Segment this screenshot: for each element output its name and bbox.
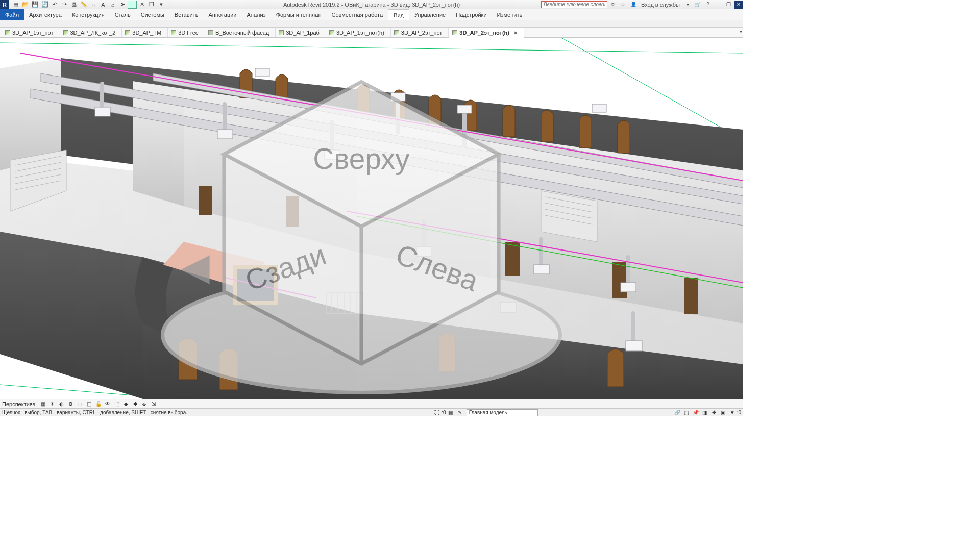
design-option-selector[interactable]: Главная модель: [467, 409, 538, 416]
exchange-icon[interactable]: ▾: [683, 1, 692, 9]
reveal-constraints-icon[interactable]: ✱: [131, 400, 139, 408]
worksets-icon[interactable]: ▦: [447, 409, 455, 416]
tab-manage[interactable]: Управление: [409, 9, 451, 20]
tab-massing[interactable]: Формы и генплан: [271, 9, 327, 20]
view-tab-label: 3D Free: [178, 30, 199, 36]
view-tab[interactable]: 3D_АР_2эт_пот: [391, 28, 449, 37]
select-face-icon[interactable]: ◨: [701, 409, 709, 416]
view-tab[interactable]: В_Восточный фасад: [205, 28, 276, 37]
measure-icon[interactable]: 📏: [79, 1, 88, 9]
open-icon[interactable]: 📂: [21, 1, 30, 9]
qat-dropdown-icon[interactable]: ▾: [157, 1, 166, 9]
view-tabs: 3D_АР_1эт_пот 3D_АР_ЛК_кот_2 3D_АР_ТМ 3D…: [0, 28, 743, 38]
tabs-overflow-icon[interactable]: ▾: [740, 29, 742, 34]
view3d-icon: [329, 30, 334, 35]
view-tab[interactable]: 3D_АР_1эт_пот: [2, 28, 60, 37]
tab-systems[interactable]: Системы: [136, 9, 169, 20]
temp-hide-icon[interactable]: 👁: [104, 400, 112, 408]
view3d-icon: [171, 30, 176, 35]
sync-icon[interactable]: 🔄: [40, 1, 50, 9]
selection-count: :0: [737, 410, 741, 415]
user-icon[interactable]: 👤: [629, 1, 638, 9]
align-icon[interactable]: ↔: [89, 1, 98, 9]
titlebar: R ▤ 📂 💾 🔄 ↶ ↷ 🖶 📏 ↔ A ⌂ ➤ ≡ ✕ ❐ ▾ Autode…: [0, 0, 743, 9]
minimize-button[interactable]: —: [714, 1, 723, 9]
render-icon[interactable]: ⚙: [67, 400, 75, 408]
view-tab-label: 3D_АР_1раб: [286, 30, 320, 36]
analytical-model-icon[interactable]: ⬙: [140, 400, 149, 408]
show-crop-icon[interactable]: ◫: [85, 400, 93, 408]
worksharing-display-icon[interactable]: ◆: [122, 400, 130, 408]
select-pinned-icon[interactable]: 📌: [692, 409, 700, 416]
ribbon-panel-strip: [0, 20, 743, 28]
tab-steel[interactable]: Сталь: [110, 9, 136, 20]
view-tab[interactable]: 3D_АР_ЛК_кот_2: [60, 28, 122, 37]
viewcube[interactable]: Сверху Сзади Слева: [0, 53, 733, 399]
app-logo[interactable]: R: [0, 0, 9, 9]
text-icon[interactable]: A: [99, 1, 108, 9]
view-tab-label: 3D_АР_2эт_пот: [401, 30, 443, 36]
tab-view[interactable]: Вид: [388, 9, 409, 20]
tab-analyze[interactable]: Анализ: [241, 9, 271, 20]
save-icon[interactable]: 💾: [31, 1, 40, 9]
redo-icon[interactable]: ↷: [60, 1, 69, 9]
view-tab[interactable]: 3D_АР_1эт_пот(h): [326, 28, 391, 37]
file-menu[interactable]: Файл: [0, 9, 24, 20]
tab-annotate[interactable]: Аннотации: [204, 9, 242, 20]
view3d-icon: [5, 30, 10, 35]
reveal-hidden-icon[interactable]: ⬚: [113, 400, 121, 408]
switch-window-icon[interactable]: ❐: [147, 1, 156, 9]
quick-access-toolbar: ▤ 📂 💾 🔄 ↶ ↷ 🖶 📏 ↔ A ⌂ ➤ ≡ ✕ ❐ ▾: [10, 1, 166, 9]
drag-elements-icon[interactable]: ✥: [710, 409, 718, 416]
viewport-3d[interactable]: Сверху Сзади Слева: [0, 38, 743, 399]
cart-icon[interactable]: 🛒: [693, 1, 702, 9]
view3d-icon: [394, 30, 399, 35]
sign-in-label[interactable]: Вход в службы: [639, 2, 682, 8]
view3d-icon: [125, 30, 130, 35]
graphic-display-icon[interactable]: ▦: [39, 400, 47, 408]
search-input[interactable]: [541, 1, 607, 8]
sun-path-icon[interactable]: ☀: [48, 400, 57, 408]
svg-line-0: [0, 43, 743, 53]
subscription-icon[interactable]: ⛭: [608, 1, 618, 9]
crop-view-icon[interactable]: ◻: [76, 400, 84, 408]
arrow-icon[interactable]: ➤: [118, 1, 127, 9]
home-icon[interactable]: ⌂: [108, 1, 117, 9]
view-tab-label: 3D_АР_ЛК_кот_2: [70, 30, 116, 36]
thin-lines-icon[interactable]: ≡: [128, 1, 137, 9]
editable-only-icon[interactable]: ✎: [456, 409, 464, 416]
tab-architecture[interactable]: Архитектура: [24, 9, 67, 20]
view-tab[interactable]: 3D Free: [168, 28, 205, 37]
favorite-icon[interactable]: ☆: [619, 1, 628, 9]
view-tab-label: 3D_АР_1эт_пот: [12, 30, 54, 36]
undo-icon[interactable]: ↶: [50, 1, 59, 9]
restore-button[interactable]: ❐: [724, 1, 733, 9]
close-hidden-icon[interactable]: ✕: [137, 1, 146, 9]
close-button[interactable]: ✕: [734, 1, 743, 9]
filter-icon[interactable]: ▼: [728, 409, 737, 416]
ribbon-tabs: Файл Архитектура Конструкция Сталь Систе…: [0, 9, 743, 20]
unlock-view-icon[interactable]: 🔓: [94, 400, 103, 408]
background-icon[interactable]: ▣: [719, 409, 727, 416]
select-links-icon[interactable]: 🔗: [673, 409, 681, 416]
shadows-icon[interactable]: ◐: [58, 400, 66, 408]
tab-collaborate[interactable]: Совместная работа: [326, 9, 388, 20]
close-tab-icon[interactable]: ✕: [513, 30, 518, 36]
print-icon[interactable]: 🖶: [69, 1, 79, 9]
view-tab[interactable]: 3D_АР_1раб: [276, 28, 326, 37]
view-tab-label: 3D_АР_2эт_пот(h): [459, 30, 509, 36]
tab-modify[interactable]: Изменить: [492, 9, 528, 20]
view-tab-active[interactable]: 3D_АР_2эт_пот(h)✕: [449, 28, 524, 38]
view-scale-label[interactable]: Перспектива: [2, 401, 36, 407]
tab-structure[interactable]: Конструкция: [67, 9, 110, 20]
view-tab[interactable]: 3D_АР_ТМ: [122, 28, 168, 37]
press-drag-icon[interactable]: ⛶: [433, 409, 441, 416]
tab-insert[interactable]: Вставить: [169, 9, 204, 20]
highlight-displacement-icon[interactable]: ⇲: [150, 400, 158, 408]
view-tab-label: 3D_АР_ТМ: [132, 30, 161, 36]
select-underlay-icon[interactable]: ⬚: [682, 409, 691, 416]
file-icon[interactable]: ▤: [11, 1, 20, 9]
view3d-icon: [63, 30, 68, 35]
help-icon[interactable]: ?: [703, 1, 713, 9]
tab-addins[interactable]: Надстройки: [451, 9, 492, 20]
